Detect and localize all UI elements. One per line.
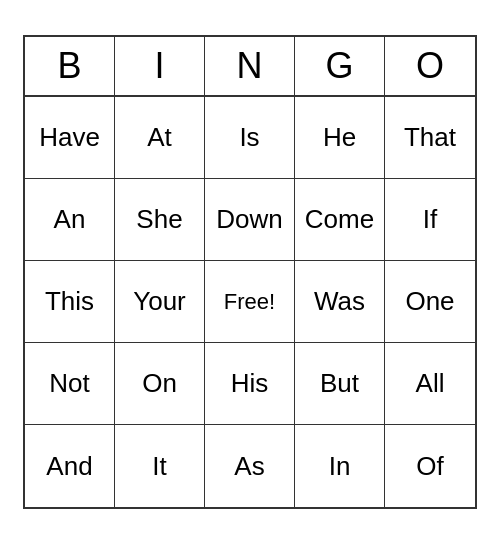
bingo-card: BINGO HaveAtIsHeThatAnSheDownComeIfThisY… bbox=[23, 35, 477, 509]
bingo-cell-1-3: Come bbox=[295, 179, 385, 261]
bingo-cell-3-1: On bbox=[115, 343, 205, 425]
bingo-cell-0-3: He bbox=[295, 97, 385, 179]
bingo-cell-1-0: An bbox=[25, 179, 115, 261]
bingo-header: BINGO bbox=[25, 37, 475, 97]
bingo-cell-0-0: Have bbox=[25, 97, 115, 179]
bingo-cell-3-3: But bbox=[295, 343, 385, 425]
bingo-cell-2-0: This bbox=[25, 261, 115, 343]
bingo-row-2: ThisYourFree!WasOne bbox=[25, 261, 475, 343]
bingo-cell-2-4: One bbox=[385, 261, 475, 343]
header-letter-O: O bbox=[385, 37, 475, 97]
bingo-cell-2-2: Free! bbox=[205, 261, 295, 343]
bingo-cell-0-4: That bbox=[385, 97, 475, 179]
bingo-cell-4-0: And bbox=[25, 425, 115, 507]
bingo-cell-1-2: Down bbox=[205, 179, 295, 261]
bingo-cell-0-2: Is bbox=[205, 97, 295, 179]
bingo-cell-2-1: Your bbox=[115, 261, 205, 343]
header-letter-I: I bbox=[115, 37, 205, 97]
bingo-cell-0-1: At bbox=[115, 97, 205, 179]
header-letter-B: B bbox=[25, 37, 115, 97]
header-letter-G: G bbox=[295, 37, 385, 97]
bingo-cell-3-4: All bbox=[385, 343, 475, 425]
bingo-cell-3-2: His bbox=[205, 343, 295, 425]
bingo-row-4: AndItAsInOf bbox=[25, 425, 475, 507]
header-letter-N: N bbox=[205, 37, 295, 97]
bingo-cell-4-1: It bbox=[115, 425, 205, 507]
bingo-cell-4-3: In bbox=[295, 425, 385, 507]
bingo-row-0: HaveAtIsHeThat bbox=[25, 97, 475, 179]
bingo-cell-1-4: If bbox=[385, 179, 475, 261]
bingo-cell-2-3: Was bbox=[295, 261, 385, 343]
bingo-cell-3-0: Not bbox=[25, 343, 115, 425]
bingo-row-3: NotOnHisButAll bbox=[25, 343, 475, 425]
bingo-cell-1-1: She bbox=[115, 179, 205, 261]
bingo-cell-4-2: As bbox=[205, 425, 295, 507]
bingo-cell-4-4: Of bbox=[385, 425, 475, 507]
bingo-grid: HaveAtIsHeThatAnSheDownComeIfThisYourFre… bbox=[25, 97, 475, 507]
bingo-row-1: AnSheDownComeIf bbox=[25, 179, 475, 261]
